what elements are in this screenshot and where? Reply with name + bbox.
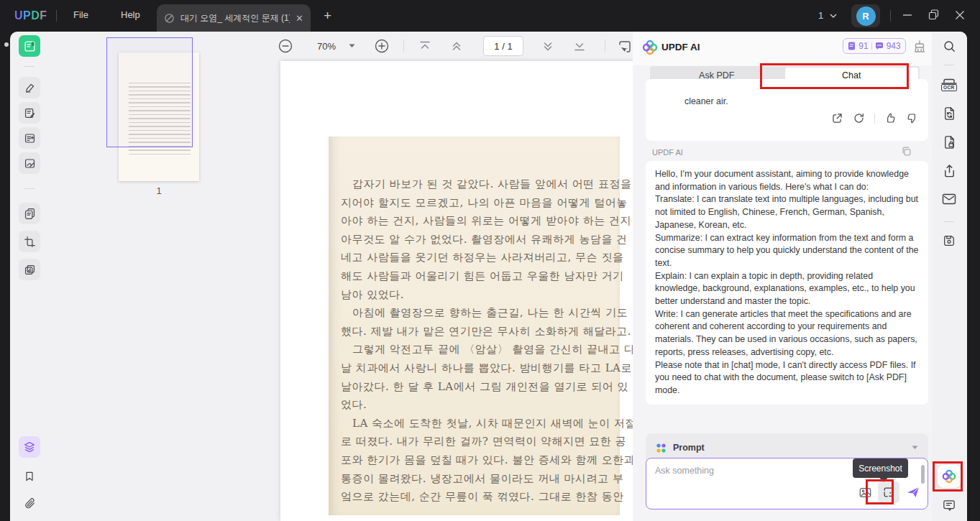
ocr-label: OCR (941, 84, 957, 92)
menu-file[interactable]: File (73, 9, 88, 20)
book-line: 갑자기 바보가 된 것 같았다. 사람들 앞에서 어떤 표정을 (352, 177, 623, 191)
divider (944, 65, 954, 65)
pdf-page[interactable]: 갑자기 바보가 된 것 같았다. 사람들 앞에서 어떤 표정을 지어야 할지도 … (280, 61, 643, 521)
book-line: 아야 하는 건지, 사람들의 위로는 어떻게 받아야 하는 건지 (341, 214, 611, 228)
protect-icon[interactable] (939, 132, 959, 152)
reader-mode-button[interactable] (19, 35, 40, 57)
book-line: 남아 있었다. (341, 288, 611, 302)
page-indicator[interactable]: 1 / 1 (483, 36, 523, 56)
message-actions (831, 112, 918, 124)
zoom-level-value[interactable]: 70% (312, 41, 341, 52)
regenerate-icon[interactable] (853, 112, 865, 124)
book-line: 네고 사람들을 웃기던 하정우는 사라져버리고, 무슨 짓을 (341, 251, 611, 264)
save-icon[interactable] (939, 231, 959, 251)
book-photo: 갑자기 바보가 된 것 같았다. 사람들 앞에서 어떤 표정을 지어야 할지도 … (329, 137, 620, 515)
first-page-button[interactable] (418, 40, 431, 52)
book-line: 포와 한기가 몸을 덮칠 때가 있다. 불안 증세와 함께 오한과 (341, 453, 611, 467)
prompt-icon (656, 443, 667, 453)
book-line: 날아갔다. 한 달 후 LA에서 그림 개인전을 열기로 되어 있 (341, 380, 611, 394)
attachment-panel-button[interactable] (19, 492, 40, 514)
next-page-button[interactable] (541, 40, 554, 52)
crop-tool-button[interactable] (19, 231, 40, 252)
thumbs-up-icon[interactable] (884, 112, 897, 124)
message-paragraph: Explain: I can explain a topic in depth,… (655, 270, 919, 308)
window-frame-edge (967, 32, 980, 521)
book-line: 아침에 촬영장으로 향하는 출근길, 나는 한 시간씩 기도 (352, 306, 623, 320)
book-line: 었다. (341, 398, 611, 412)
thumbnail-viewport-rect[interactable] (106, 37, 193, 147)
zoom-caret-icon[interactable] (349, 44, 355, 48)
book-line: 지어야 할지도 모르겠고, 나의 아픈 마음을 어떻게 털어놓 (341, 196, 611, 210)
send-icon[interactable] (906, 486, 920, 499)
restore-button[interactable] (928, 9, 939, 22)
message-paragraph: Write: I can generate articles that meet… (655, 308, 919, 359)
organize-pages-button[interactable] (19, 203, 40, 224)
sign-tool-button[interactable] (19, 152, 40, 174)
book-line: 해도 사람들과 어울리기 힘든 어둡고 우울한 남자만 거기 (341, 269, 611, 283)
annotation-screenshot-button (866, 479, 894, 504)
prompt-label: Prompt (673, 443, 705, 453)
edit-pdf-button[interactable] (19, 102, 40, 124)
updf-logo: UPDF (14, 9, 47, 22)
previous-message-text: cleaner air. (684, 96, 728, 106)
message-paragraph: Please note that in [chat] mode, I can't… (655, 359, 919, 397)
chevron-down-icon[interactable] (912, 446, 918, 450)
window-count: 1 (818, 10, 823, 21)
new-tab-button[interactable]: + (324, 8, 331, 24)
share-icon[interactable] (939, 161, 959, 181)
comments-panel-icon[interactable] (939, 495, 959, 515)
bookmark-panel-button[interactable] (19, 466, 40, 487)
account-button[interactable]: R (851, 4, 880, 27)
book-line: 엌으로 갔는데, 순간 무릎이 푹 꺾였다. 그대로 한참 동안 (341, 490, 611, 504)
book-line: 그렇게 악전고투 끝에 〈암살〉 촬영을 간신히 끝내고 다음 (352, 343, 623, 356)
ocr-icon[interactable]: OCR (939, 75, 959, 95)
ask-input[interactable] (655, 466, 842, 476)
search-icon[interactable] (939, 36, 959, 56)
previous-page-button[interactable] (450, 40, 463, 52)
close-button[interactable] (955, 9, 965, 22)
chevron-down-icon[interactable] (830, 14, 837, 19)
layers-panel-button[interactable] (19, 436, 40, 458)
copy-icon[interactable] (901, 146, 912, 157)
assistant-message-card: Hello, I'm your document assistant, aimi… (646, 161, 928, 405)
input-scrollbar[interactable] (921, 465, 925, 484)
window-titlebar: UPDF File Help 대기 오염_ 세계적인 문제 (1) ✕ + 1 … (0, 0, 980, 32)
snapshot-tool-icon[interactable] (618, 40, 632, 54)
zoom-out-button[interactable] (278, 38, 293, 54)
divider (944, 221, 954, 222)
comment-tool-button[interactable] (19, 77, 40, 98)
ai-panel-header: UPDF AI 91 943 (633, 32, 932, 65)
avatar: R (856, 6, 876, 26)
zoom-in-button[interactable] (374, 38, 390, 54)
window-edge-dot (4, 42, 9, 47)
book-line: 로 떠졌다. 내가 무리한 걸까? 면역력이 약해지면 묘한 공 (341, 435, 611, 448)
divider (24, 188, 35, 189)
menu-help[interactable]: Help (121, 9, 140, 20)
screenshot-tooltip: Screenshot (853, 458, 908, 478)
doc-credit-count: 91 (858, 41, 868, 51)
assistant-label: UPDF AI (652, 148, 683, 157)
thumbs-down-icon[interactable] (906, 112, 918, 124)
chat-credit-icon (875, 42, 884, 50)
book-line: 통증이 몰려왔다. 냉장고에서 물이라도 꺼내 마시려고 부 (341, 472, 611, 486)
minimize-button[interactable] (902, 9, 912, 22)
export-icon[interactable] (831, 112, 843, 124)
mail-icon[interactable] (939, 189, 959, 209)
doc-credit-icon (848, 42, 856, 50)
tab-close-icon[interactable]: ✕ (296, 13, 303, 24)
book-line: 아무것도 알 수가 없었다. 촬영장에서 유쾌하게 농담을 건 (341, 233, 611, 246)
book-line: 날 치과에서 사랑니 하나를 뽑았다. 밤비행기를 타고 LA로 (341, 361, 611, 375)
divider (403, 40, 404, 52)
form-tool-button[interactable] (19, 127, 40, 149)
divider (890, 10, 891, 22)
updf-ai-logo-icon (642, 40, 658, 55)
document-tab[interactable]: 대기 오염_ 세계적인 문제 (1) ✕ (157, 4, 311, 32)
tab-document-icon (164, 13, 175, 24)
annotation-ai-sidebar-icon (933, 461, 963, 492)
last-page-button[interactable] (573, 40, 586, 52)
convert-icon[interactable] (939, 103, 959, 124)
ai-panel-title: UPDF AI (661, 42, 700, 52)
clean-history-icon[interactable] (913, 40, 926, 54)
stamp-tool-button[interactable] (19, 259, 40, 280)
ai-credits-badge[interactable]: 91 943 (843, 38, 906, 54)
